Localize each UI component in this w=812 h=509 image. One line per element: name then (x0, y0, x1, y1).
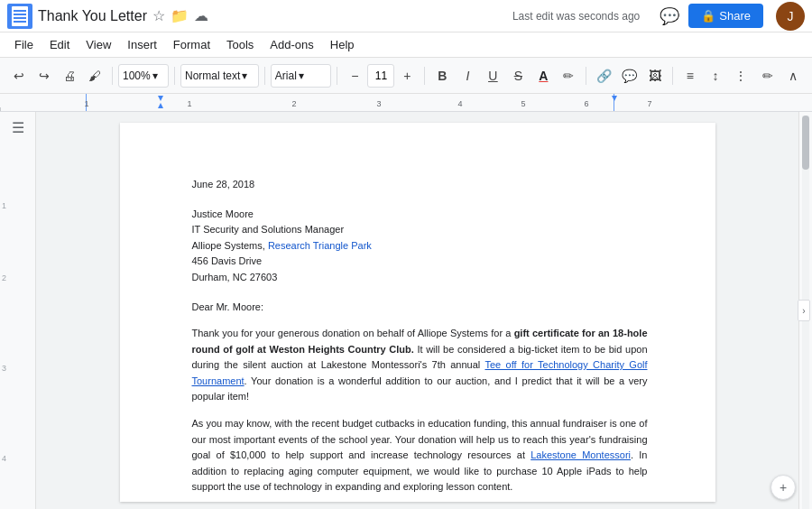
font-value: Arial (275, 69, 297, 82)
highlight-button[interactable]: ✏ (557, 63, 580, 88)
divider-5 (424, 67, 425, 85)
golf-tournament-link[interactable]: Tee off for Technology Charity Golf Tour… (192, 359, 648, 386)
menu-insert[interactable]: Insert (120, 34, 164, 55)
redo-button[interactable]: ↪ (32, 63, 56, 88)
doc-area: ☰ 1 2 3 4 June 28, 2018 Justice Moore IT… (0, 112, 812, 509)
undo-button[interactable]: ↩ (7, 63, 31, 88)
bold-button[interactable]: B (430, 63, 454, 88)
company-name: Alliope Systems, (192, 240, 268, 251)
menu-file[interactable]: File (7, 34, 41, 55)
pencil-button[interactable]: ✏ (756, 63, 780, 88)
font-select[interactable]: Arial ▾ (271, 64, 332, 88)
right-scrollbar-panel: › (798, 112, 812, 509)
document-title[interactable]: Thank You Letter (38, 8, 147, 24)
font-size-input[interactable] (367, 64, 394, 88)
align-button[interactable]: ≡ (678, 63, 702, 88)
line-spacing-button[interactable]: ↕ (704, 63, 727, 88)
last-edit-label: Last edit was seconds ago (512, 10, 640, 23)
inline-comment-button[interactable]: 💬 (618, 63, 641, 88)
style-select[interactable]: Normal text ▾ (180, 64, 259, 88)
svg-rect-0 (0, 94, 812, 112)
page-num-3: 3 (2, 364, 6, 373)
menu-edit[interactable]: Edit (42, 34, 77, 55)
font-size-decrease-button[interactable]: − (343, 63, 366, 88)
more-options-button[interactable]: ⋮ (729, 63, 752, 88)
share-label: Share (719, 9, 751, 23)
italic-button[interactable]: I (456, 63, 479, 88)
title-bar: Thank You Letter 📁 Last edit was seconds… (0, 0, 812, 32)
image-button[interactable]: 🖼 (643, 63, 667, 88)
cloud-icon[interactable] (194, 7, 208, 24)
svg-text:1: 1 (187, 99, 191, 108)
divider-1 (112, 67, 113, 85)
text-color-button[interactable]: A (531, 63, 555, 88)
menu-format[interactable]: Format (166, 34, 217, 55)
svg-text:2: 2 (291, 99, 296, 108)
paint-format-button[interactable]: 🖌 (83, 63, 106, 88)
body-paragraph-2: As you may know, with the recent budget … (192, 416, 648, 495)
svg-text:3: 3 (376, 99, 381, 108)
research-triangle: Research Triangle Park (268, 240, 372, 251)
share-button[interactable]: 🔒 Share (688, 4, 763, 28)
recipient-address: 456 Davis Drive (192, 254, 648, 270)
page-num-1: 1 (2, 201, 6, 210)
expand-toolbar-button[interactable]: ∧ (781, 63, 805, 88)
print-button[interactable]: 🖨 (58, 63, 81, 88)
doc-outline-icon[interactable]: ☰ (12, 119, 24, 136)
scrollbar-thumb[interactable] (802, 116, 809, 170)
ruler: 1 1 2 3 4 5 6 7 (0, 94, 812, 112)
link-button[interactable]: 🔗 (592, 63, 615, 88)
ruler-svg: 1 1 2 3 4 5 6 7 (0, 94, 812, 112)
svg-text:1: 1 (84, 99, 88, 108)
zoom-to-fit-button[interactable]: + (770, 475, 796, 500)
lock-icon: 🔒 (701, 9, 715, 23)
underline-button[interactable]: U (481, 63, 504, 88)
menu-help[interactable]: Help (323, 34, 362, 55)
letter-date: June 28, 2018 (192, 177, 648, 192)
svg-text:7: 7 (647, 99, 651, 108)
divider-4 (337, 67, 337, 85)
style-value: Normal text (185, 69, 240, 82)
letter-body: Thank you for your generous donation on … (192, 326, 648, 495)
page-num-2: 2 (2, 273, 6, 282)
menu-bar: File Edit View Insert Format Tools Add-o… (0, 32, 812, 58)
lakestone-link[interactable]: Lakestone Montessori (531, 449, 631, 460)
folder-icon[interactable]: 📁 (171, 7, 189, 24)
recipient-city: Durham, NC 27603 (192, 270, 648, 286)
divider-6 (586, 67, 586, 85)
doc-icon-inner (12, 6, 28, 26)
font-chevron: ▾ (299, 69, 304, 82)
svg-text:6: 6 (584, 99, 588, 108)
divider-7 (672, 67, 673, 85)
zoom-select[interactable]: 100% ▾ (118, 64, 169, 88)
date-text: June 28, 2018 (192, 179, 255, 190)
menu-tools[interactable]: Tools (219, 34, 261, 55)
strikethrough-button[interactable]: S (506, 63, 530, 88)
divider-2 (174, 67, 175, 85)
page-container[interactable]: June 28, 2018 Justice Moore IT Security … (36, 112, 798, 509)
svg-text:4: 4 (457, 99, 462, 108)
style-chevron: ▾ (242, 69, 247, 82)
avatar[interactable]: J (776, 2, 805, 31)
body-paragraph-1: Thank you for your generous donation on … (192, 326, 648, 405)
menu-view[interactable]: View (78, 34, 118, 55)
page-num-4: 4 (2, 454, 6, 463)
star-icon[interactable] (152, 7, 165, 24)
letter-address: Justice Moore IT Security and Solutions … (192, 207, 648, 286)
comment-button[interactable]: 💬 (656, 3, 683, 30)
collapse-panel-button[interactable]: › (798, 300, 810, 321)
toolbar: ↩ ↪ 🖨 🖌 100% ▾ Normal text ▾ Arial ▾ − +… (0, 58, 812, 94)
menu-addons[interactable]: Add-ons (263, 34, 320, 55)
zoom-chevron: ▾ (152, 69, 158, 82)
document-page: June 28, 2018 Justice Moore IT Security … (120, 123, 715, 502)
bottom-bar: + (770, 475, 796, 500)
font-size-container: − + (343, 63, 419, 88)
zoom-value: 100% (123, 69, 151, 82)
left-panel: ☰ 1 2 3 4 (0, 112, 36, 509)
letter-salutation: Dear Mr. Moore: (192, 300, 648, 315)
font-size-increase-button[interactable]: + (395, 63, 419, 88)
divider-3 (264, 67, 265, 85)
doc-icon (7, 4, 32, 29)
recipient-company: Alliope Systems, Research Triangle Park (192, 238, 648, 255)
recipient-name: Justice Moore (192, 207, 648, 223)
